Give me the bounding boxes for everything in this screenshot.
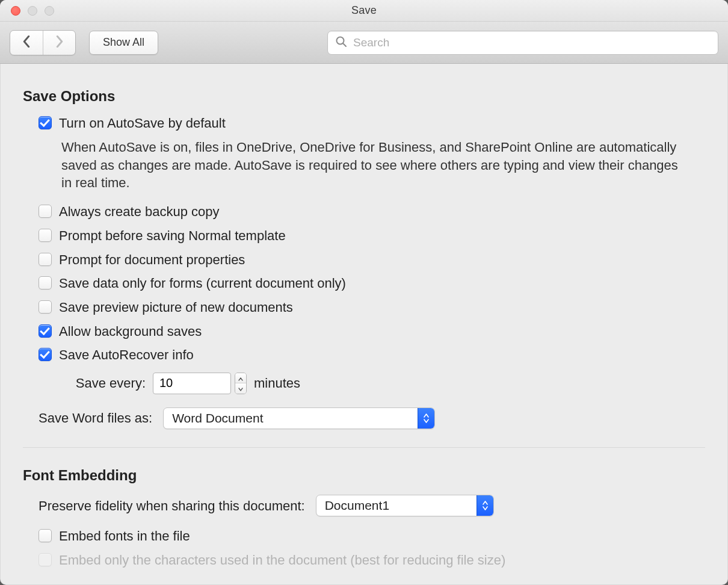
preserve-fidelity-select[interactable]: Document1 bbox=[316, 495, 494, 516]
forms-only-checkbox[interactable] bbox=[39, 276, 52, 289]
section-divider bbox=[23, 447, 705, 448]
titlebar: Save bbox=[0, 0, 728, 22]
embed-fonts-label: Embed fonts in the file bbox=[59, 527, 190, 545]
save-files-as-label: Save Word files as: bbox=[39, 409, 152, 427]
preferences-window: Save Show All Save Options bbox=[0, 0, 728, 585]
preserve-fidelity-value: Document1 bbox=[316, 495, 477, 516]
content-area: Save Options Turn on AutoSave by default… bbox=[0, 64, 728, 585]
prompt-normal-checkbox[interactable] bbox=[39, 229, 52, 242]
embed-subset-checkbox bbox=[39, 553, 52, 566]
autosave-label: Turn on AutoSave by default bbox=[59, 114, 226, 132]
autosave-checkbox[interactable] bbox=[39, 116, 52, 129]
autorecover-checkbox[interactable] bbox=[39, 348, 52, 361]
select-arrows-icon bbox=[418, 408, 434, 429]
background-saves-label: Allow background saves bbox=[59, 323, 202, 341]
embed-fonts-checkbox[interactable] bbox=[39, 529, 52, 542]
minutes-label: minutes bbox=[254, 374, 300, 392]
forward-button[interactable] bbox=[43, 31, 75, 55]
window-title: Save bbox=[0, 4, 728, 17]
close-window-button[interactable] bbox=[11, 6, 20, 16]
traffic-lights bbox=[0, 6, 54, 16]
svg-line-1 bbox=[343, 43, 346, 46]
autosave-description: When AutoSave is on, files in OneDrive, … bbox=[61, 138, 689, 192]
save-files-as-value: Word Document bbox=[164, 408, 418, 429]
select-arrows-icon bbox=[477, 495, 493, 516]
save-options-heading: Save Options bbox=[23, 87, 705, 106]
autorecover-label: Save AutoRecover info bbox=[59, 346, 194, 364]
chevron-left-icon bbox=[21, 36, 32, 49]
preview-picture-checkbox[interactable] bbox=[39, 300, 52, 314]
backup-copy-label: Always create backup copy bbox=[59, 203, 220, 221]
stepper-down-button[interactable] bbox=[235, 383, 246, 394]
maximize-window-button[interactable] bbox=[45, 6, 54, 16]
toolbar: Show All bbox=[0, 22, 728, 64]
nav-segment bbox=[10, 30, 76, 55]
prompt-properties-checkbox[interactable] bbox=[39, 253, 52, 266]
show-all-button[interactable]: Show All bbox=[89, 31, 158, 55]
chevron-right-icon bbox=[54, 36, 65, 49]
font-embedding-heading: Font Embedding bbox=[23, 466, 705, 485]
save-every-input[interactable] bbox=[153, 373, 231, 394]
embed-subset-label: Embed only the characters used in the do… bbox=[59, 551, 505, 569]
prompt-normal-label: Prompt before saving Normal template bbox=[59, 227, 286, 245]
back-button[interactable] bbox=[10, 31, 43, 55]
preview-picture-label: Save preview picture of new documents bbox=[59, 299, 293, 317]
forms-only-label: Save data only for forms (current docume… bbox=[59, 274, 346, 292]
chevron-down-icon bbox=[238, 384, 243, 393]
chevron-up-icon bbox=[238, 374, 243, 383]
backup-copy-checkbox[interactable] bbox=[39, 205, 52, 218]
preserve-fidelity-label: Preserve fidelity when sharing this docu… bbox=[39, 497, 305, 515]
search-field[interactable] bbox=[327, 31, 718, 55]
search-input[interactable] bbox=[352, 36, 711, 50]
save-every-stepper bbox=[235, 373, 247, 394]
save-every-label: Save every: bbox=[61, 374, 146, 392]
minimize-window-button[interactable] bbox=[28, 6, 37, 16]
stepper-up-button[interactable] bbox=[235, 373, 246, 384]
search-icon bbox=[335, 36, 347, 50]
save-files-as-select[interactable]: Word Document bbox=[163, 407, 435, 429]
background-saves-checkbox[interactable] bbox=[39, 324, 52, 338]
prompt-properties-label: Prompt for document properties bbox=[59, 251, 245, 269]
